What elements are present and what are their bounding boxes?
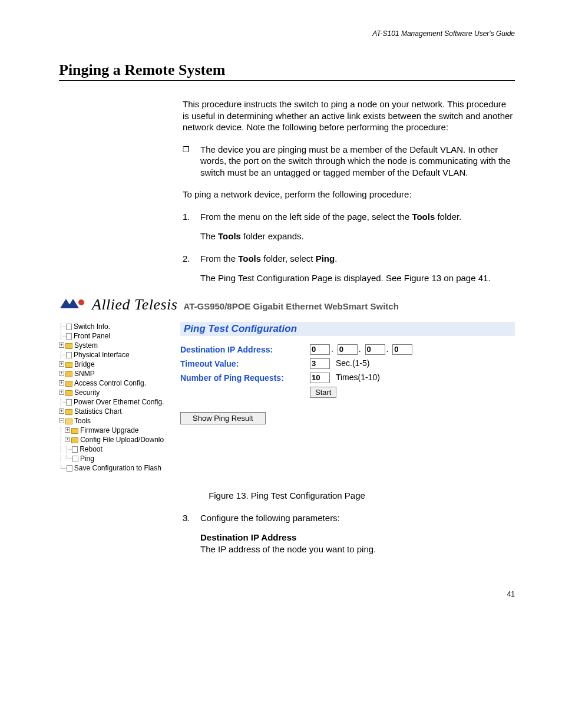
panel-title: Ping Test Configuration xyxy=(180,322,515,336)
ip-octet-2[interactable] xyxy=(338,344,358,355)
tree-item-config-file[interactable]: ┊ +Config File Upload/Downlo xyxy=(59,435,177,444)
step-3-text: Configure the following parameters: xyxy=(200,512,340,524)
step-1-text: From the menu on the left side of the pa… xyxy=(200,211,461,223)
tree-item-front-panel[interactable]: ┊┈Front Panel xyxy=(59,331,177,341)
timeout-unit: Sec.(1-5) xyxy=(336,358,370,368)
tree-item-bridge[interactable]: +Bridge xyxy=(59,360,177,369)
tree-item-physical-interface[interactable]: ┊┈Physical Interface xyxy=(59,350,177,360)
tree-item-security[interactable]: +Security xyxy=(59,388,177,397)
param-block: Destination IP Address The IP address of… xyxy=(200,532,515,555)
tree-item-reboot[interactable]: ┊ ┊┈Reboot xyxy=(59,444,177,454)
dest-ip-field: . . . xyxy=(310,344,412,355)
tree-item-access-control[interactable]: +Access Control Config. xyxy=(59,378,177,388)
ping-count-unit: Times(1-10) xyxy=(336,373,380,382)
svg-point-2 xyxy=(78,299,84,305)
start-button[interactable]: Start xyxy=(310,387,336,398)
step-number: 3. xyxy=(183,512,200,524)
tree-item-ping[interactable]: ┊ └┈Ping xyxy=(59,454,177,463)
step-2-text: From the Tools folder, select Ping. xyxy=(200,253,337,265)
page-number: 41 xyxy=(59,590,515,598)
timeout-input[interactable] xyxy=(310,358,330,369)
app-screenshot: Allied Telesis AT-GS950/8POE Gigabit Eth… xyxy=(59,296,515,473)
param-desc: The IP address of the node you want to p… xyxy=(200,544,376,554)
expand-icon[interactable]: + xyxy=(59,371,64,376)
brand-logo xyxy=(59,298,88,309)
tree-item-statistics[interactable]: +Statistics Chart xyxy=(59,407,177,416)
intro-paragraph: This procedure instructs the switch to p… xyxy=(183,98,515,133)
ip-octet-4[interactable] xyxy=(392,344,412,355)
page-header: AT-S101 Management Software User's Guide xyxy=(59,29,515,38)
ping-count-input[interactable] xyxy=(310,373,330,383)
lead-paragraph: To ping a network device, perform the fo… xyxy=(183,189,515,200)
timeout-label: Timeout Value: xyxy=(180,359,310,368)
dest-ip-label: Destination IP Address: xyxy=(180,345,310,354)
expand-icon[interactable]: + xyxy=(65,437,70,442)
step-1-sub: The Tools folder expands. xyxy=(200,230,515,242)
step-2-sub: The Ping Test Configuration Page is disp… xyxy=(200,272,515,284)
expand-icon[interactable]: + xyxy=(59,342,64,348)
tree-item-firmware[interactable]: ┊ +Firmware Upgrade xyxy=(59,426,177,435)
collapse-icon[interactable]: − xyxy=(59,418,64,423)
tree-item-snmp[interactable]: +SNMP xyxy=(59,369,177,378)
figure-caption: Figure 13. Ping Test Configuration Page xyxy=(59,490,515,500)
bullet-text: The device you are pinging must be a mem… xyxy=(200,144,515,179)
step-number: 2. xyxy=(183,253,200,265)
nav-tree: ┊┈Switch Info. ┊┈Front Panel +System ┊┈P… xyxy=(59,322,177,473)
ip-octet-3[interactable] xyxy=(365,344,385,355)
brand-name: Allied Telesis xyxy=(92,296,177,314)
tree-item-tools[interactable]: −Tools xyxy=(59,416,177,426)
bullet-marker: ❐ xyxy=(183,144,200,179)
param-title: Destination IP Address xyxy=(200,532,296,542)
ip-octet-1[interactable] xyxy=(310,344,330,355)
brand-subtitle: AT-GS950/8POE Gigabit Ethernet WebSmart … xyxy=(183,301,398,311)
expand-icon[interactable]: + xyxy=(59,409,64,414)
ping-count-label: Number of Ping Requests: xyxy=(180,373,310,383)
tree-item-switch-info[interactable]: ┊┈Switch Info. xyxy=(59,322,177,331)
section-title: Pinging a Remote System xyxy=(59,61,515,81)
expand-icon[interactable]: + xyxy=(59,361,64,367)
step-number: 1. xyxy=(183,211,200,223)
tree-item-save[interactable]: └┈Save Configuration to Flash xyxy=(59,463,177,473)
tree-item-system[interactable]: +System xyxy=(59,341,177,350)
expand-icon[interactable]: + xyxy=(59,390,64,395)
expand-icon[interactable]: + xyxy=(59,380,64,386)
show-ping-result-button[interactable]: Show Ping Result xyxy=(180,412,266,424)
tree-item-poe[interactable]: ┊┈Power Over Ethernet Config. xyxy=(59,397,177,407)
expand-icon[interactable]: + xyxy=(65,427,70,433)
